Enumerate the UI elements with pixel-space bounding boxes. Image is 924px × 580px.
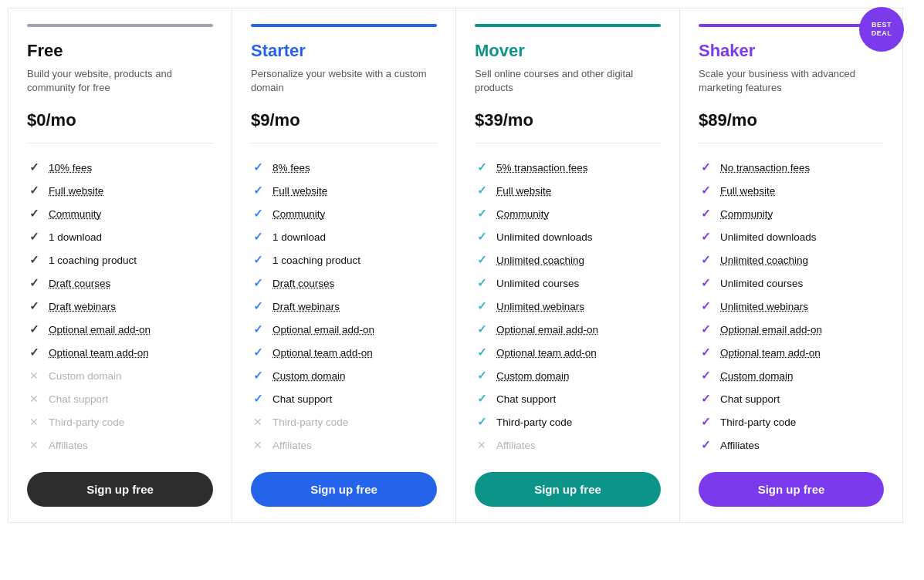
feature-item-inactive: ✕ Custom domain bbox=[27, 364, 213, 387]
plan-desc: Build your website, products and communi… bbox=[27, 67, 213, 98]
feature-label-link[interactable]: Unlimited webinars bbox=[496, 301, 584, 312]
feature-label-link[interactable]: Unlimited webinars bbox=[720, 301, 808, 312]
best-deal-line1: BEST bbox=[872, 21, 892, 29]
check-icon: ✓ bbox=[699, 299, 712, 313]
check-icon: ✓ bbox=[475, 392, 489, 406]
signup-button-starter[interactable]: Sign up free bbox=[251, 472, 437, 507]
check-icon: ✓ bbox=[699, 438, 712, 452]
plan-top-bar bbox=[699, 24, 884, 27]
divider bbox=[475, 143, 661, 143]
feature-label: 1 download bbox=[49, 231, 102, 243]
feature-item: ✓ Full website bbox=[27, 179, 213, 202]
check-icon: ✓ bbox=[699, 230, 712, 244]
check-icon: ✓ bbox=[699, 276, 712, 290]
feature-label-link[interactable]: Optional email add-on bbox=[496, 324, 598, 336]
feature-label: Chat support bbox=[272, 393, 332, 405]
features-list: ✓ 10% fees ✓ Full website ✓ Community ✓ … bbox=[27, 156, 213, 457]
feature-item: ✓ Full website bbox=[251, 179, 437, 202]
feature-item: ✓ Unlimited coaching bbox=[699, 248, 884, 271]
check-icon: ✓ bbox=[27, 253, 41, 267]
feature-label-link[interactable]: Optional team add-on bbox=[272, 347, 373, 359]
feature-item: ✓ 1 download bbox=[251, 225, 437, 248]
feature-label-inactive: Chat support bbox=[49, 393, 108, 405]
feature-item-inactive: ✕ Third-party code bbox=[27, 410, 213, 433]
x-icon: ✕ bbox=[27, 415, 41, 429]
feature-item: ✓ Unlimited courses bbox=[699, 271, 884, 295]
feature-item: ✓ Draft webinars bbox=[27, 295, 213, 318]
divider bbox=[27, 143, 213, 143]
check-icon: ✓ bbox=[475, 346, 489, 359]
plan-name: Shaker bbox=[699, 41, 884, 61]
feature-label-link[interactable]: Full website bbox=[496, 185, 551, 197]
feature-label-link[interactable]: Draft courses bbox=[49, 278, 110, 289]
check-icon: ✓ bbox=[251, 230, 265, 244]
feature-item: ✓ Unlimited webinars bbox=[475, 295, 661, 318]
signup-button-free[interactable]: Sign up free bbox=[27, 472, 213, 507]
feature-label-link[interactable]: Custom domain bbox=[720, 370, 794, 382]
feature-label-link[interactable]: Full website bbox=[49, 185, 103, 197]
feature-item: ✓ Draft webinars bbox=[251, 295, 437, 318]
check-icon: ✓ bbox=[251, 299, 265, 313]
feature-item: ✓ Optional email add-on bbox=[251, 318, 437, 341]
check-icon: ✓ bbox=[475, 230, 489, 244]
signup-button-mover[interactable]: Sign up free bbox=[475, 472, 661, 507]
feature-item: ✓ Custom domain bbox=[475, 364, 661, 387]
feature-label-inactive: Affiliates bbox=[496, 440, 536, 451]
feature-item-inactive: ✕ Affiliates bbox=[475, 433, 661, 457]
check-icon: ✓ bbox=[475, 207, 489, 221]
feature-item: ✓ Affiliates bbox=[699, 433, 884, 457]
feature-label-link[interactable]: Community bbox=[720, 208, 773, 220]
check-icon: ✓ bbox=[251, 160, 265, 174]
feature-label-link[interactable]: 10% fees bbox=[49, 162, 92, 174]
feature-label-link[interactable]: Unlimited coaching bbox=[496, 255, 584, 266]
check-icon: ✓ bbox=[475, 253, 489, 267]
feature-label-inactive: Custom domain bbox=[49, 370, 122, 382]
feature-label-link[interactable]: Optional team add-on bbox=[49, 347, 149, 359]
feature-label-link[interactable]: Draft webinars bbox=[272, 301, 340, 312]
plan-desc: Sell online courses and other digital pr… bbox=[475, 67, 661, 98]
check-icon: ✓ bbox=[27, 322, 41, 336]
feature-label-link[interactable]: 5% transaction fees bbox=[496, 162, 588, 174]
feature-label-link[interactable]: Optional email add-on bbox=[272, 324, 374, 336]
feature-label: Chat support bbox=[720, 393, 780, 405]
check-icon: ✓ bbox=[699, 160, 712, 174]
feature-item-inactive: ✕ Third-party code bbox=[251, 410, 437, 433]
feature-item: ✓ Draft courses bbox=[27, 271, 213, 295]
feature-item: ✓ Custom domain bbox=[251, 364, 437, 387]
feature-label-link[interactable]: Community bbox=[496, 208, 549, 220]
feature-label-link[interactable]: Community bbox=[272, 208, 325, 220]
feature-label-link[interactable]: 8% fees bbox=[272, 162, 310, 174]
feature-label-link[interactable]: Custom domain bbox=[272, 370, 346, 382]
feature-item: ✓ Community bbox=[699, 202, 884, 225]
check-icon: ✓ bbox=[475, 184, 489, 197]
feature-item: ✓ Chat support bbox=[251, 387, 437, 410]
feature-label-link[interactable]: Draft courses bbox=[272, 278, 334, 289]
signup-button-shaker[interactable]: Sign up free bbox=[699, 472, 884, 507]
check-icon: ✓ bbox=[251, 184, 265, 197]
check-icon: ✓ bbox=[699, 346, 712, 359]
feature-item: ✓ 10% fees bbox=[27, 156, 213, 179]
feature-label-link[interactable]: Unlimited coaching bbox=[720, 255, 808, 266]
feature-label-link[interactable]: Optional team add-on bbox=[720, 347, 821, 359]
feature-item: ✓ Optional email add-on bbox=[475, 318, 661, 341]
feature-label: 1 coaching product bbox=[49, 255, 137, 266]
feature-label-inactive: Affiliates bbox=[272, 440, 312, 451]
check-icon: ✓ bbox=[699, 392, 712, 406]
feature-item: ✓ Full website bbox=[699, 179, 884, 202]
feature-item: ✓ Community bbox=[475, 202, 661, 225]
feature-item: ✓ Third-party code bbox=[475, 410, 661, 433]
feature-label-link[interactable]: Full website bbox=[720, 185, 775, 197]
feature-label-link[interactable]: Optional team add-on bbox=[496, 347, 597, 359]
feature-label-link[interactable]: No transaction fees bbox=[720, 162, 810, 174]
feature-label-link[interactable]: Full website bbox=[272, 185, 327, 197]
feature-label-link[interactable]: Draft webinars bbox=[49, 301, 116, 312]
feature-label-link[interactable]: Optional email add-on bbox=[49, 324, 151, 336]
feature-label-link[interactable]: Optional email add-on bbox=[720, 324, 822, 336]
feature-label-link[interactable]: Custom domain bbox=[496, 370, 570, 382]
best-deal-badge: BEST DEAL bbox=[859, 7, 904, 52]
feature-label-link[interactable]: Community bbox=[49, 208, 101, 220]
plan-price: $89/mo bbox=[699, 110, 884, 130]
check-icon: ✓ bbox=[251, 276, 265, 290]
check-icon: ✓ bbox=[475, 369, 489, 383]
check-icon: ✓ bbox=[251, 253, 265, 267]
